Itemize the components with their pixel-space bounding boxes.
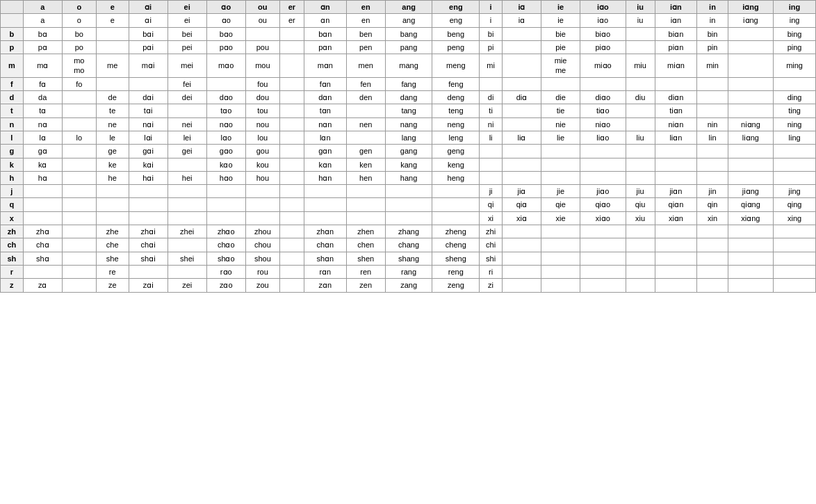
table-row: ffɑfofeifoufɑnfenfangfeng [1, 77, 816, 90]
pinyin-cell: lei [168, 131, 206, 144]
pinyin-cell: xiu [626, 211, 655, 225]
pinyin-cell [62, 265, 96, 278]
pinyin-cell: zɑi [129, 279, 168, 292]
initial-p: p [1, 40, 24, 54]
pinyin-cell [774, 158, 816, 171]
pinyin-cell [728, 238, 773, 252]
pinyin-cell: gei [168, 145, 206, 158]
pinyin-cell [502, 171, 541, 184]
pinyin-cell: liɑng [728, 131, 773, 144]
pinyin-cell: en [346, 14, 385, 27]
pinyin-cell: dang [385, 91, 432, 104]
pinyin-cell: xiɑn [655, 211, 697, 225]
pinyin-cell [626, 104, 655, 117]
pinyin-cell [279, 211, 304, 225]
initial-q: q [1, 198, 24, 211]
table-row: nnɑnenɑineinɑonounɑnnennangnengninieniɑo… [1, 117, 816, 131]
pinyin-cell: ren [346, 265, 385, 278]
pinyin-cell: eng [432, 14, 480, 27]
header-ei: ei [168, 1, 206, 14]
pinyin-cell: tɑi [129, 104, 168, 117]
pinyin-cell: bang [385, 27, 432, 40]
pinyin-cell: fɑn [304, 77, 346, 90]
pinyin-cell: mɑi [129, 54, 168, 78]
pinyin-cell [279, 225, 304, 238]
pinyin-cell: hei [168, 171, 206, 184]
pinyin-cell: hen [346, 171, 385, 184]
table-row: llɑlolelɑileilɑoloulɑnlanglengliliɑlieli… [1, 131, 816, 144]
pinyin-cell: hɑn [304, 171, 346, 184]
pinyin-cell: xiɑo [580, 211, 626, 225]
pinyin-cell [279, 279, 304, 292]
pinyin-cell: ken [346, 158, 385, 171]
table-row: ggɑgegɑigeigɑogougɑngenganggeng [1, 145, 816, 158]
pinyin-cell: zɑn [304, 279, 346, 292]
pinyin-cell [502, 265, 541, 278]
table-row: qqiqiɑqieqiɑoqiuqiɑnqinqiɑngqing [1, 198, 816, 211]
pinyin-cell [168, 158, 206, 171]
pinyin-cell [279, 198, 304, 211]
pinyin-cell [697, 77, 728, 90]
table-row: aoeɑieiɑoouerɑnenangengiiɑieiɑoiuiɑniniɑ… [1, 14, 816, 27]
initial-z: z [1, 279, 24, 292]
pinyin-cell [62, 117, 96, 131]
initial-l: l [1, 131, 24, 144]
pinyin-cell: hang [385, 171, 432, 184]
pinyin-cell: dɑn [304, 91, 346, 104]
pinyin-cell: pin [697, 40, 728, 54]
pinyin-cell [580, 279, 626, 292]
pinyin-cell: mieme [541, 54, 580, 78]
pinyin-cell [304, 211, 346, 225]
pinyin-cell [168, 265, 206, 278]
pinyin-cell: tɑo [206, 104, 245, 117]
pinyin-cell [480, 171, 503, 184]
pinyin-cell [96, 40, 129, 54]
pinyin-cell: zɑ [23, 279, 62, 292]
pinyin-cell: mi [480, 54, 503, 78]
pinyin-cell: tɑ [23, 104, 62, 117]
pinyin-cell [541, 77, 580, 90]
pinyin-cell [168, 198, 206, 211]
pinyin-cell: nɑi [129, 117, 168, 131]
pinyin-cell [279, 252, 304, 265]
pinyin-cell: tiɑn [655, 104, 697, 117]
pinyin-cell: diɑn [655, 91, 697, 104]
pinyin-cell: pɑo [206, 40, 245, 54]
pinyin-cell: ming [774, 54, 816, 78]
pinyin-cell: dou [245, 91, 279, 104]
pinyin-cell: geng [432, 145, 480, 158]
pinyin-cell [304, 198, 346, 211]
header-ing: ing [774, 1, 816, 14]
table-row: ddadedɑideidɑodoudɑndendangdengdidiɑdied… [1, 91, 816, 104]
table-row: mmɑmomomemɑimeimɑomoumɑnmenmangmengmimie… [1, 54, 816, 78]
initial-b: b [1, 27, 24, 40]
pinyin-cell: ti [480, 104, 503, 117]
table-row: jjijiɑjiejiɑojiujiɑnjinjiɑngjing [1, 185, 816, 198]
pinyin-cell: tie [541, 104, 580, 117]
pinyin-cell: qin [697, 198, 728, 211]
pinyin-cell: qie [541, 198, 580, 211]
pinyin-cell: zou [245, 279, 279, 292]
table-row: zhzhɑzhezhɑizheizhɑozhouzhɑnzhenzhangzhe… [1, 225, 816, 238]
header-en: en [346, 1, 385, 14]
pinyin-cell [774, 238, 816, 252]
pinyin-cell: jiɑo [580, 185, 626, 198]
pinyin-table: aoeɑieiɑoouerɑnenangengiiɑieiɑoiuiɑniniɑ… [0, 0, 816, 293]
pinyin-cell: sheng [432, 252, 480, 265]
table-row: ttɑtetɑitɑotoutɑntangtengtitietiɑotiɑnti… [1, 104, 816, 117]
pinyin-cell: niɑng [728, 117, 773, 131]
pinyin-cell: fou [245, 77, 279, 90]
pinyin-cell: die [541, 91, 580, 104]
pinyin-cell: chɑ [23, 238, 62, 252]
pinyin-cell [774, 265, 816, 278]
pinyin-cell: shang [385, 252, 432, 265]
pinyin-cell [655, 279, 697, 292]
pinyin-cell: rou [245, 265, 279, 278]
pinyin-cell: ou [245, 14, 279, 27]
pinyin-cell: hɑ [23, 171, 62, 184]
pinyin-cell [774, 279, 816, 292]
pinyin-cell [697, 225, 728, 238]
header-iɑo: iɑo [580, 1, 626, 14]
pinyin-cell: zhɑo [206, 225, 245, 238]
pinyin-cell [502, 40, 541, 54]
